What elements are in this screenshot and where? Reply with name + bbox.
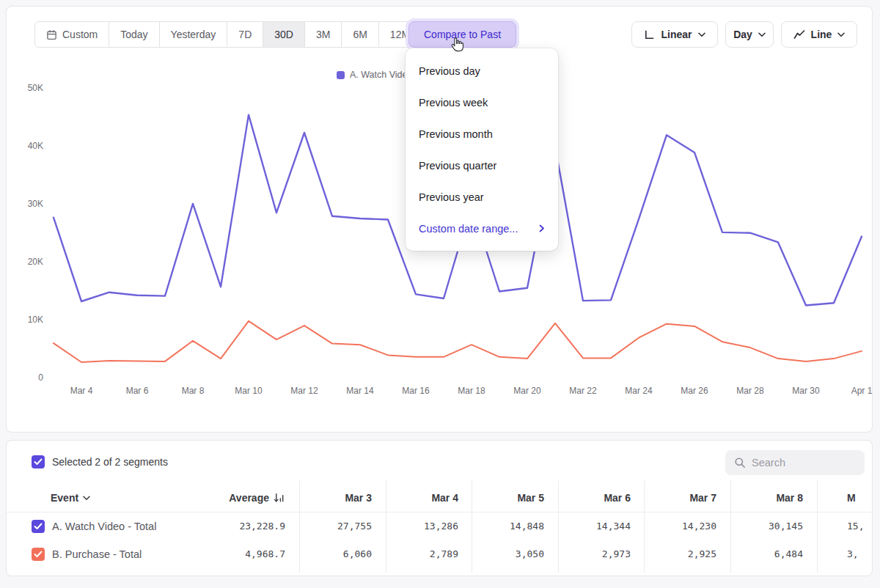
column-header-mar5: Mar 5 (471, 483, 544, 512)
segments-header: Selected 2 of 2 segments (7, 441, 872, 477)
menu-item-custom-date-range[interactable]: Custom date range... (406, 213, 558, 244)
column-divider (644, 480, 645, 573)
range-button-6m[interactable]: 6M (341, 21, 378, 48)
chevron-down-icon (698, 32, 705, 37)
x-axis-tick-label: Apr 1 (841, 386, 880, 396)
column-header-mar3: Mar 3 (298, 483, 372, 512)
linear-scale-icon (644, 29, 655, 40)
chevron-down-icon (83, 496, 90, 501)
column-header-event[interactable]: Event (51, 483, 205, 512)
cell-mar6: 14,344 (557, 512, 631, 540)
cell-mar7: 2,925 (643, 540, 716, 568)
line-chart-icon (793, 29, 805, 40)
row-label: A. Watch Video - Total (52, 512, 156, 540)
compare-to-past-button[interactable]: Compare to Past (408, 21, 516, 48)
x-axis-tick-label: Mar 26 (674, 386, 715, 396)
cell-average: 23,228.9 (212, 512, 285, 540)
chevron-right-icon (539, 224, 545, 232)
cell-mar4: 13,286 (385, 512, 458, 540)
menu-item-previous-week[interactable]: Previous week (406, 87, 558, 118)
interval-label: Day (733, 29, 752, 40)
calendar-icon (46, 29, 57, 40)
cell-mar7: 14,230 (643, 512, 716, 540)
range-button-yesterday[interactable]: Yesterday (159, 21, 228, 48)
row-checkbox-purchase[interactable] (32, 548, 45, 561)
x-axis-tick-label: Mar 24 (618, 386, 659, 396)
x-axis-tick-label: Mar 16 (395, 386, 436, 396)
row-label: B. Purchase - Total (52, 540, 142, 568)
column-divider (817, 480, 818, 573)
x-axis-tick-label: Mar 12 (284, 386, 325, 396)
column-divider (558, 480, 559, 573)
y-axis-tick-label: 20K (17, 257, 43, 267)
x-axis-tick-label: Mar 6 (117, 386, 158, 396)
check-icon (34, 551, 43, 558)
y-axis-tick-label: 50K (17, 83, 43, 93)
legend-item-watch-video[interactable]: A. Watch Video (337, 70, 412, 80)
column-header-mar7: Mar 7 (643, 483, 716, 512)
column-header-mar6: Mar 6 (557, 483, 631, 512)
range-button-30d[interactable]: 30D (263, 21, 305, 48)
x-axis-tick-label: Mar 30 (785, 386, 826, 396)
x-axis-tick-label: Mar 8 (172, 386, 213, 396)
search-box[interactable] (725, 450, 865, 475)
event-header-label: Event (51, 483, 78, 512)
table-row: B. Purchase - Total 4,968.7 6,060 2,789 … (7, 540, 873, 568)
x-axis-tick-label: Mar 18 (451, 386, 492, 396)
range-button-today[interactable]: Today (109, 21, 159, 48)
scale-dropdown-button[interactable]: Linear (631, 21, 718, 48)
cell-mar8: 6,484 (730, 540, 803, 568)
search-input[interactable] (752, 457, 847, 468)
y-axis-tick-label: 0 (17, 372, 43, 383)
scale-label: Linear (661, 29, 692, 40)
cell-mar3: 6,060 (298, 540, 372, 568)
chart-type-dropdown-button[interactable]: Line (781, 21, 857, 48)
range-button-custom[interactable]: Custom (34, 21, 109, 48)
menu-item-previous-day[interactable]: Previous day (406, 55, 558, 87)
y-axis-tick-label: 40K (17, 141, 43, 151)
cell-mar3: 27,755 (298, 512, 372, 540)
menu-item-previous-month[interactable]: Previous month (406, 118, 558, 150)
x-axis-tick-label: Mar 20 (507, 386, 548, 396)
x-axis-tick-label: Mar 10 (228, 386, 269, 396)
x-axis-tick-label: Mar 14 (340, 386, 381, 396)
series-line-b (54, 321, 862, 362)
range-button-3m[interactable]: 3M (304, 21, 342, 48)
cell-mar4: 2,789 (385, 540, 458, 568)
range-button-7d[interactable]: 7D (227, 21, 263, 48)
check-icon (34, 523, 43, 530)
chart-type-label: Line (811, 29, 832, 40)
cell-mar5: 14,848 (471, 512, 544, 540)
legend-swatch (337, 71, 345, 79)
column-divider (730, 480, 731, 573)
cell-mar8: 30,145 (730, 512, 803, 540)
chevron-down-icon (837, 32, 845, 37)
x-axis-tick-label: Mar 22 (562, 386, 604, 396)
compare-dropdown-menu: Previous day Previous week Previous mont… (406, 48, 558, 251)
column-divider (472, 480, 472, 573)
selected-count-label: Selected 2 of 2 segments (52, 455, 168, 468)
menu-item-previous-year[interactable]: Previous year (406, 181, 558, 213)
check-icon (34, 458, 43, 466)
cell-average: 4,968.7 (212, 540, 285, 568)
date-range-segmented-control: Custom Today Yesterday 7D 30D 3M 6M 12M (34, 21, 422, 48)
y-axis-tick-label: 10K (17, 315, 43, 325)
column-header-clipped: M (847, 483, 873, 512)
column-divider (386, 480, 386, 573)
column-header-mar4: Mar 4 (385, 483, 458, 512)
sort-descending-icon (273, 492, 285, 504)
segments-panel: Selected 2 of 2 segments Event Average M… (6, 440, 873, 576)
menu-item-previous-quarter[interactable]: Previous quarter (406, 150, 558, 181)
row-checkbox-watch-video[interactable] (32, 520, 45, 533)
custom-date-range-label: Custom date range... (419, 223, 518, 235)
table-row: A. Watch Video - Total 23,228.9 27,755 1… (7, 512, 873, 540)
search-icon (734, 457, 746, 468)
y-axis-tick-label: 30K (17, 199, 43, 209)
cell-mar5: 3,050 (471, 540, 544, 568)
column-header-average[interactable]: Average (212, 483, 285, 512)
legend-label: A. Watch Video (350, 70, 412, 80)
interval-dropdown-button[interactable]: Day (725, 21, 774, 48)
select-all-checkbox[interactable] (32, 455, 45, 468)
average-header-label: Average (229, 483, 269, 512)
cell-clipped: 3, (847, 540, 873, 568)
